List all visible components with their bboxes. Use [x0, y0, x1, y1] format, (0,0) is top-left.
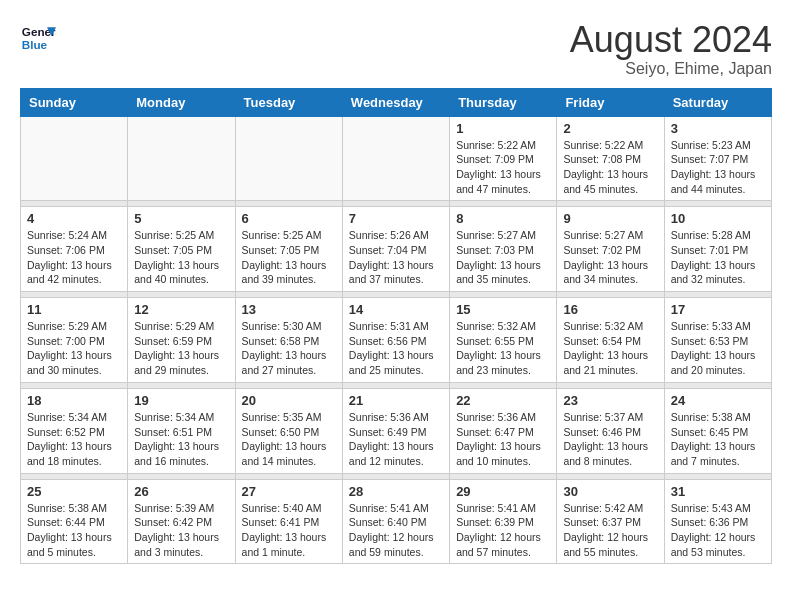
calendar-week-4: 18Sunrise: 5:34 AM Sunset: 6:52 PM Dayli… [21, 388, 772, 473]
day-number: 23 [563, 393, 657, 408]
day-number: 12 [134, 302, 228, 317]
calendar-cell: 18Sunrise: 5:34 AM Sunset: 6:52 PM Dayli… [21, 388, 128, 473]
day-number: 1 [456, 121, 550, 136]
day-info: Sunrise: 5:34 AM Sunset: 6:51 PM Dayligh… [134, 410, 228, 469]
calendar-week-1: 1Sunrise: 5:22 AM Sunset: 7:09 PM Daylig… [21, 116, 772, 201]
day-number: 7 [349, 211, 443, 226]
column-header-wednesday: Wednesday [342, 88, 449, 116]
calendar-cell: 4Sunrise: 5:24 AM Sunset: 7:06 PM Daylig… [21, 207, 128, 292]
day-number: 30 [563, 484, 657, 499]
day-number: 28 [349, 484, 443, 499]
day-info: Sunrise: 5:35 AM Sunset: 6:50 PM Dayligh… [242, 410, 336, 469]
day-number: 10 [671, 211, 765, 226]
calendar-cell: 13Sunrise: 5:30 AM Sunset: 6:58 PM Dayli… [235, 298, 342, 383]
column-header-monday: Monday [128, 88, 235, 116]
calendar-cell: 1Sunrise: 5:22 AM Sunset: 7:09 PM Daylig… [450, 116, 557, 201]
day-info: Sunrise: 5:24 AM Sunset: 7:06 PM Dayligh… [27, 228, 121, 287]
calendar-cell: 11Sunrise: 5:29 AM Sunset: 7:00 PM Dayli… [21, 298, 128, 383]
calendar-cell: 27Sunrise: 5:40 AM Sunset: 6:41 PM Dayli… [235, 479, 342, 564]
calendar-cell [235, 116, 342, 201]
calendar-cell: 3Sunrise: 5:23 AM Sunset: 7:07 PM Daylig… [664, 116, 771, 201]
day-info: Sunrise: 5:22 AM Sunset: 7:08 PM Dayligh… [563, 138, 657, 197]
day-number: 26 [134, 484, 228, 499]
day-number: 9 [563, 211, 657, 226]
day-info: Sunrise: 5:32 AM Sunset: 6:55 PM Dayligh… [456, 319, 550, 378]
logo: General Blue [20, 20, 56, 56]
calendar-cell: 21Sunrise: 5:36 AM Sunset: 6:49 PM Dayli… [342, 388, 449, 473]
calendar-header-row: SundayMondayTuesdayWednesdayThursdayFrid… [21, 88, 772, 116]
day-info: Sunrise: 5:25 AM Sunset: 7:05 PM Dayligh… [242, 228, 336, 287]
month-year: August 2024 [570, 20, 772, 60]
column-header-tuesday: Tuesday [235, 88, 342, 116]
calendar-cell: 14Sunrise: 5:31 AM Sunset: 6:56 PM Dayli… [342, 298, 449, 383]
day-info: Sunrise: 5:39 AM Sunset: 6:42 PM Dayligh… [134, 501, 228, 560]
day-number: 3 [671, 121, 765, 136]
calendar-cell [21, 116, 128, 201]
day-info: Sunrise: 5:38 AM Sunset: 6:45 PM Dayligh… [671, 410, 765, 469]
day-number: 14 [349, 302, 443, 317]
calendar-cell [342, 116, 449, 201]
day-info: Sunrise: 5:37 AM Sunset: 6:46 PM Dayligh… [563, 410, 657, 469]
calendar-cell: 16Sunrise: 5:32 AM Sunset: 6:54 PM Dayli… [557, 298, 664, 383]
day-info: Sunrise: 5:32 AM Sunset: 6:54 PM Dayligh… [563, 319, 657, 378]
calendar-cell: 6Sunrise: 5:25 AM Sunset: 7:05 PM Daylig… [235, 207, 342, 292]
calendar-cell: 19Sunrise: 5:34 AM Sunset: 6:51 PM Dayli… [128, 388, 235, 473]
day-number: 31 [671, 484, 765, 499]
location: Seiyo, Ehime, Japan [570, 60, 772, 78]
calendar-cell: 26Sunrise: 5:39 AM Sunset: 6:42 PM Dayli… [128, 479, 235, 564]
calendar-cell: 28Sunrise: 5:41 AM Sunset: 6:40 PM Dayli… [342, 479, 449, 564]
day-info: Sunrise: 5:27 AM Sunset: 7:03 PM Dayligh… [456, 228, 550, 287]
day-info: Sunrise: 5:40 AM Sunset: 6:41 PM Dayligh… [242, 501, 336, 560]
day-number: 22 [456, 393, 550, 408]
column-header-sunday: Sunday [21, 88, 128, 116]
calendar: SundayMondayTuesdayWednesdayThursdayFrid… [20, 88, 772, 565]
calendar-cell: 12Sunrise: 5:29 AM Sunset: 6:59 PM Dayli… [128, 298, 235, 383]
day-info: Sunrise: 5:28 AM Sunset: 7:01 PM Dayligh… [671, 228, 765, 287]
calendar-cell: 31Sunrise: 5:43 AM Sunset: 6:36 PM Dayli… [664, 479, 771, 564]
day-info: Sunrise: 5:38 AM Sunset: 6:44 PM Dayligh… [27, 501, 121, 560]
calendar-cell: 20Sunrise: 5:35 AM Sunset: 6:50 PM Dayli… [235, 388, 342, 473]
day-info: Sunrise: 5:26 AM Sunset: 7:04 PM Dayligh… [349, 228, 443, 287]
day-info: Sunrise: 5:31 AM Sunset: 6:56 PM Dayligh… [349, 319, 443, 378]
calendar-cell: 23Sunrise: 5:37 AM Sunset: 6:46 PM Dayli… [557, 388, 664, 473]
day-number: 11 [27, 302, 121, 317]
svg-text:Blue: Blue [22, 38, 48, 51]
calendar-cell: 30Sunrise: 5:42 AM Sunset: 6:37 PM Dayli… [557, 479, 664, 564]
calendar-cell: 15Sunrise: 5:32 AM Sunset: 6:55 PM Dayli… [450, 298, 557, 383]
day-info: Sunrise: 5:29 AM Sunset: 6:59 PM Dayligh… [134, 319, 228, 378]
day-number: 24 [671, 393, 765, 408]
day-number: 6 [242, 211, 336, 226]
page-header: General Blue August 2024 Seiyo, Ehime, J… [20, 20, 772, 78]
day-number: 20 [242, 393, 336, 408]
calendar-week-5: 25Sunrise: 5:38 AM Sunset: 6:44 PM Dayli… [21, 479, 772, 564]
calendar-cell: 7Sunrise: 5:26 AM Sunset: 7:04 PM Daylig… [342, 207, 449, 292]
day-info: Sunrise: 5:27 AM Sunset: 7:02 PM Dayligh… [563, 228, 657, 287]
day-number: 17 [671, 302, 765, 317]
day-info: Sunrise: 5:33 AM Sunset: 6:53 PM Dayligh… [671, 319, 765, 378]
calendar-cell: 2Sunrise: 5:22 AM Sunset: 7:08 PM Daylig… [557, 116, 664, 201]
calendar-cell: 8Sunrise: 5:27 AM Sunset: 7:03 PM Daylig… [450, 207, 557, 292]
day-number: 15 [456, 302, 550, 317]
day-info: Sunrise: 5:42 AM Sunset: 6:37 PM Dayligh… [563, 501, 657, 560]
day-number: 19 [134, 393, 228, 408]
calendar-cell: 22Sunrise: 5:36 AM Sunset: 6:47 PM Dayli… [450, 388, 557, 473]
calendar-cell: 10Sunrise: 5:28 AM Sunset: 7:01 PM Dayli… [664, 207, 771, 292]
day-info: Sunrise: 5:30 AM Sunset: 6:58 PM Dayligh… [242, 319, 336, 378]
logo-icon: General Blue [20, 20, 56, 56]
day-info: Sunrise: 5:43 AM Sunset: 6:36 PM Dayligh… [671, 501, 765, 560]
day-info: Sunrise: 5:22 AM Sunset: 7:09 PM Dayligh… [456, 138, 550, 197]
day-number: 16 [563, 302, 657, 317]
calendar-cell: 17Sunrise: 5:33 AM Sunset: 6:53 PM Dayli… [664, 298, 771, 383]
day-number: 21 [349, 393, 443, 408]
day-number: 25 [27, 484, 121, 499]
column-header-saturday: Saturday [664, 88, 771, 116]
title-block: August 2024 Seiyo, Ehime, Japan [570, 20, 772, 78]
day-info: Sunrise: 5:41 AM Sunset: 6:40 PM Dayligh… [349, 501, 443, 560]
day-number: 29 [456, 484, 550, 499]
day-number: 4 [27, 211, 121, 226]
day-number: 2 [563, 121, 657, 136]
day-number: 27 [242, 484, 336, 499]
day-number: 5 [134, 211, 228, 226]
day-info: Sunrise: 5:41 AM Sunset: 6:39 PM Dayligh… [456, 501, 550, 560]
day-number: 18 [27, 393, 121, 408]
